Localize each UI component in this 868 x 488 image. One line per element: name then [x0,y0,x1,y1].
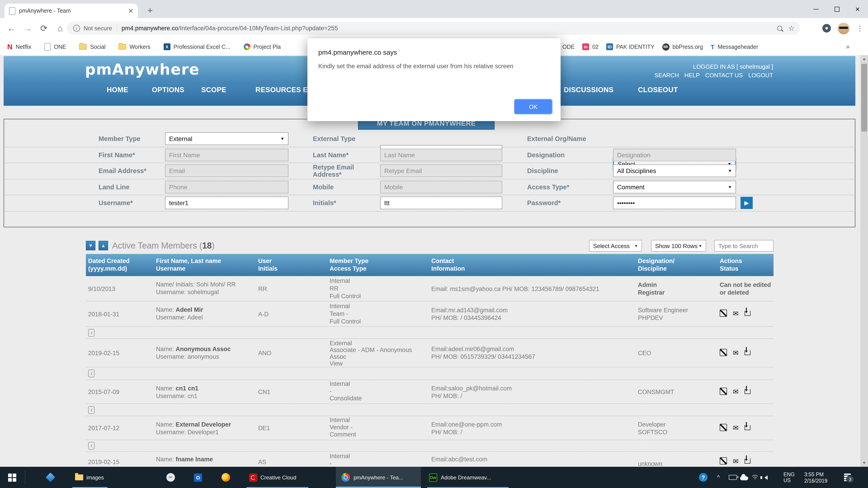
restore-button[interactable] [827,0,847,18]
select-access-dropdown[interactable]: Select Access▼ [589,240,642,252]
email-icon[interactable]: ✉ [733,349,739,357]
taskbar-app-blue[interactable] [47,467,54,488]
zoom-icon[interactable] [777,26,782,31]
initials-field[interactable] [380,197,502,209]
browser-tab[interactable]: pmAnywhere - Team ✕ [4,4,138,18]
volume-icon[interactable] [762,467,768,488]
nav-scope[interactable]: SCOPE [201,86,226,94]
taskbar-images-folder[interactable]: images [75,467,104,488]
close-button[interactable]: ✕ [847,0,868,18]
minimize-button[interactable] [806,0,827,18]
member-type-select[interactable]: External▼ [165,133,288,145]
home-icon[interactable]: ⌂ [55,23,65,33]
bookmark-star-icon[interactable]: ☆ [788,24,795,33]
table-search-input[interactable] [714,240,774,252]
access-type-select[interactable]: Comment▼ [613,181,736,193]
ok-button[interactable]: OK [515,99,552,114]
bookmark-excel[interactable]: XProfessional Excel C... [164,43,230,50]
info-icon[interactable]: i [88,369,94,377]
bookmark-social[interactable]: Social [79,43,105,50]
taskbar-snipping-tool[interactable]: ✂ [166,467,175,488]
menu-dots-icon[interactable]: ⋮ [856,24,864,33]
bookmark-messageheader[interactable]: TMessageheader [711,43,758,51]
edit-icon[interactable] [720,388,727,395]
notification-center[interactable]: 3 [844,467,851,488]
land-line-field[interactable] [165,181,288,193]
import-icon[interactable] [744,389,750,394]
scrollbar-thumb[interactable] [861,64,867,131]
email-icon[interactable]: ✉ [733,388,739,395]
taskbar-dreamweaver[interactable]: DwAdobe Dreamweav... [429,467,491,488]
bookmark-02[interactable]: in02 [582,43,598,50]
edit-icon[interactable] [720,310,727,317]
bookmark-netflix[interactable]: NNetflix [7,43,31,51]
nav-home[interactable]: HOME [107,86,128,94]
tab-close-icon[interactable]: ✕ [128,7,133,14]
last-name-field[interactable] [380,149,502,161]
page-scrollbar[interactable]: ▲ ▼ [860,55,868,467]
taskbar-outlook[interactable]: O [194,467,202,488]
extension-icon[interactable] [822,24,831,33]
taskbar-creative-cloud[interactable]: Creative Cloud [249,467,296,488]
bookmarks-overflow-icon[interactable]: » [846,42,850,50]
onedrive-icon[interactable] [740,467,748,488]
mobile-field[interactable] [380,181,502,193]
bookmark-pak-identity[interactable]: IDPAK IDENTITY [606,43,654,50]
import-icon[interactable] [744,311,750,316]
scroll-down-icon[interactable]: ▼ [860,459,868,467]
link-logout[interactable]: LOGOUT [748,72,773,78]
email-icon[interactable]: ✉ [733,457,739,465]
start-button[interactable] [8,467,16,488]
tray-expand-icon[interactable]: ^ [717,467,720,488]
reload-icon[interactable]: ⟳ [39,23,49,33]
tray-help[interactable]: ? [699,467,708,488]
link-help[interactable]: HELP [684,72,700,78]
info-icon[interactable]: i [73,25,80,32]
bookmark-ode[interactable]: ODE [559,43,575,50]
taskbar-chrome-active[interactable]: pmAnywhere - Tea... [336,467,421,488]
edit-icon[interactable] [720,457,727,464]
info-icon[interactable]: i [88,406,94,414]
info-icon[interactable]: i [88,442,94,450]
taskbar-firefox[interactable] [221,467,230,488]
sort-down-button[interactable]: ▼ [86,241,95,250]
new-tab-button[interactable]: + [144,4,156,17]
nav-discussions[interactable]: DISCUSSIONS [564,86,614,94]
bookmark-workers[interactable]: Workers [119,43,151,50]
info-icon[interactable]: i [88,329,94,337]
scroll-up-icon[interactable]: ▲ [860,55,868,63]
address-bar[interactable]: i Not secure pm4.pmanywhere.co /Interfac… [67,22,800,35]
link-search[interactable]: SEARCH [654,72,679,78]
password-field[interactable] [613,197,736,209]
language-indicator[interactable]: ENGUS [783,467,795,488]
import-icon[interactable] [744,459,750,464]
bookmark-bbpress[interactable]: bbbbPress.org [662,43,703,51]
forward-icon[interactable]: → [23,23,33,33]
back-icon[interactable]: ← [6,23,16,33]
link-contact-us[interactable]: CONTACT US [705,72,743,78]
site-logo[interactable]: pmAnywhere [85,61,199,78]
edit-icon[interactable] [720,424,727,431]
discipline-select[interactable]: All Disciplines▼ [613,165,736,177]
email-field[interactable] [165,165,288,177]
battery-icon[interactable] [729,467,737,488]
retype-email-field[interactable] [380,165,502,177]
clock[interactable]: 3:55 PM2/16/2019 [804,467,827,488]
network-icon[interactable] [751,467,758,488]
import-icon[interactable] [744,425,750,430]
username-field[interactable] [165,197,288,209]
show-rows-dropdown[interactable]: Show 100 Rows▼ [651,240,706,252]
designation-field[interactable] [613,149,736,161]
edit-icon[interactable] [720,349,727,356]
sort-up-button[interactable]: ▲ [98,241,108,250]
import-icon[interactable] [744,350,750,355]
bookmark-one[interactable]: ONE [44,43,66,51]
bookmark-project[interactable]: Project Pla [243,43,281,50]
profile-avatar[interactable] [838,22,849,34]
submit-button[interactable]: ▶ [741,197,753,209]
nav-resources[interactable]: RESOURCES [255,86,301,94]
email-icon[interactable]: ✉ [733,424,739,431]
nav-hidden[interactable]: E [303,86,308,94]
nav-options[interactable]: OPTIONS [152,86,184,94]
nav-closeout[interactable]: CLOSEOUT [638,86,678,94]
